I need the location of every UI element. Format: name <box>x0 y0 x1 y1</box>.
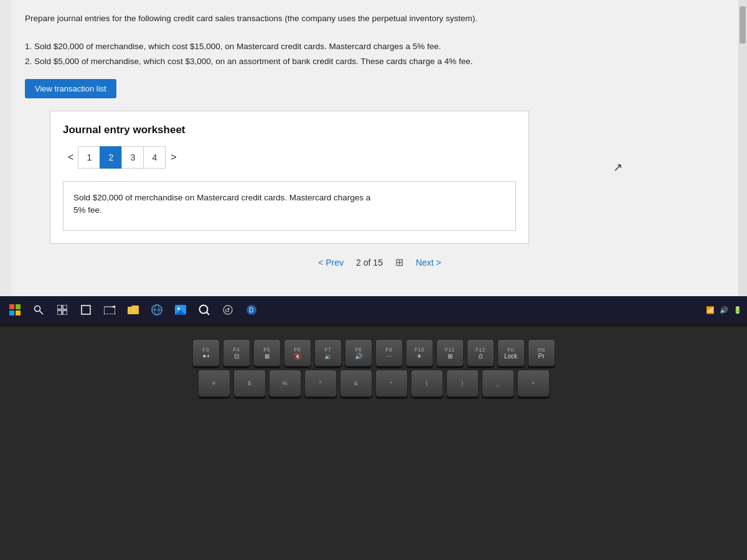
instructions-item1: 1. Sold $20,000 of merchandise, which co… <box>25 40 710 53</box>
taskbar: ↺ D 📶 🔊 🔋 <box>0 296 747 324</box>
key-hash[interactable]: # <box>198 370 230 397</box>
svg-rect-2 <box>9 310 14 315</box>
browser-icon[interactable] <box>147 300 167 320</box>
instructions-item2: 2. Sold $5,000 of merchandise, which cos… <box>25 55 710 68</box>
keyboard-row-fn: F3 ✦+ F4 ⊡ F5 ⊠ F6 🔇 F7 🔉 F8 🔊 F9 ⋯ F10 <box>192 339 555 366</box>
photo-icon[interactable] <box>171 300 190 320</box>
journal-worksheet: Journal entry worksheet < 1 2 3 4 > Sold… <box>50 111 529 244</box>
journal-title: Journal entry worksheet <box>63 124 516 136</box>
tab-prev-button[interactable]: < <box>63 149 78 166</box>
prev-button[interactable]: < Prev <box>318 258 344 268</box>
svg-rect-7 <box>63 305 67 309</box>
worksheet-desc-text: Sold $20,000 of merchandise on Mastercar… <box>73 193 370 215</box>
svg-point-19 <box>200 306 208 314</box>
tab-3[interactable]: 3 <box>121 146 144 169</box>
page-separator: of <box>364 258 374 268</box>
key-close-paren[interactable]: ) <box>446 370 479 397</box>
svg-rect-1 <box>16 304 21 309</box>
grid-icon[interactable]: ⊞ <box>395 256 403 268</box>
key-f5[interactable]: F5 ⊠ <box>253 339 281 366</box>
tab-row: < 1 2 3 4 > <box>63 146 516 169</box>
key-f9[interactable]: F9 ⋯ <box>375 339 403 366</box>
key-f11[interactable]: F11 ⊞ <box>436 339 464 366</box>
key-plus[interactable]: + <box>517 370 550 397</box>
svg-rect-6 <box>57 305 62 309</box>
main-content: Prepare journal entries for the followin… <box>0 0 747 324</box>
key-open-paren[interactable]: ( <box>411 370 443 397</box>
scrollbar[interactable] <box>738 0 747 324</box>
key-f7[interactable]: F7 🔉 <box>314 339 342 366</box>
key-f8[interactable]: F8 🔊 <box>345 339 372 366</box>
refresh-icon[interactable]: ↺ <box>218 300 238 320</box>
svg-marker-12 <box>111 306 115 308</box>
svg-text:D: D <box>249 307 253 314</box>
sidebar-strip <box>0 0 11 324</box>
blue-circle-icon[interactable]: D <box>242 300 261 320</box>
next-label: Next > <box>416 258 441 268</box>
content-area: Prepare journal entries for the followin… <box>25 12 710 268</box>
svg-rect-8 <box>57 310 62 315</box>
key-f3[interactable]: F3 ✦+ <box>192 339 220 366</box>
camera-icon[interactable] <box>100 300 120 320</box>
svg-rect-10 <box>82 306 90 314</box>
key-fn-lock[interactable]: Fn Lock <box>497 339 525 366</box>
svg-text:↺: ↺ <box>225 307 230 314</box>
svg-rect-3 <box>16 310 21 315</box>
windows-icon[interactable] <box>5 300 25 320</box>
volume-icon: 🔊 <box>720 306 728 314</box>
window-icon[interactable] <box>76 300 96 320</box>
instructions: Prepare journal entries for the followin… <box>25 12 710 68</box>
key-dollar[interactable]: $ <box>233 370 266 397</box>
svg-rect-0 <box>9 304 14 309</box>
search2-icon[interactable] <box>194 300 214 320</box>
svg-point-4 <box>35 306 40 312</box>
key-f4[interactable]: F4 ⊡ <box>223 339 250 366</box>
svg-line-5 <box>40 311 43 314</box>
taskbar-right: 📶 🔊 🔋 <box>706 306 742 314</box>
instructions-heading: Prepare journal entries for the followin… <box>25 12 710 25</box>
cursor: ↗ <box>613 161 622 174</box>
svg-line-20 <box>207 312 209 315</box>
keyboard-row-numbers: # $ % ^ & * ( ) _ + <box>198 370 550 397</box>
next-button[interactable]: Next > <box>416 258 441 268</box>
key-f12[interactable]: F12 ⎙ <box>467 339 494 366</box>
worksheet-description: Sold $20,000 of merchandise on Mastercar… <box>63 181 516 231</box>
keyboard-area: F3 ✦+ F4 ⊡ F5 ⊠ F6 🔇 F7 🔉 F8 🔊 F9 ⋯ F10 <box>0 327 747 560</box>
key-underscore[interactable]: _ <box>482 370 514 397</box>
key-caret[interactable]: ^ <box>304 370 337 397</box>
wifi-icon: 📶 <box>706 306 715 314</box>
view-transaction-button[interactable]: View transaction list <box>25 79 116 98</box>
navigation-bar: < Prev 2 of 15 ⊞ Next > <box>50 256 710 268</box>
tab-1[interactable]: 1 <box>78 146 100 169</box>
key-f10[interactable]: F10 ☀ <box>406 339 433 366</box>
key-f6[interactable]: F6 🔇 <box>284 339 311 366</box>
page-total: 15 <box>373 258 383 268</box>
svg-rect-9 <box>63 310 67 315</box>
key-ins-pr[interactable]: Ins Pr <box>528 339 555 366</box>
folder-icon[interactable] <box>123 300 143 320</box>
search-icon[interactable] <box>29 300 49 320</box>
key-ampersand[interactable]: & <box>340 370 372 397</box>
tab-4[interactable]: 4 <box>143 146 166 169</box>
svg-rect-11 <box>104 307 115 314</box>
battery-icon: 🔋 <box>733 306 742 314</box>
scrollbar-thumb[interactable] <box>740 6 746 44</box>
key-percent[interactable]: % <box>269 370 301 397</box>
key-asterisk[interactable]: * <box>375 370 408 397</box>
tab-2[interactable]: 2 <box>100 146 122 169</box>
page-current: 2 <box>356 258 361 268</box>
tab-next-button[interactable]: > <box>166 149 181 166</box>
task-view-icon[interactable] <box>52 300 72 320</box>
page-info: 2 of 15 <box>356 258 383 268</box>
svg-point-17 <box>177 307 180 310</box>
